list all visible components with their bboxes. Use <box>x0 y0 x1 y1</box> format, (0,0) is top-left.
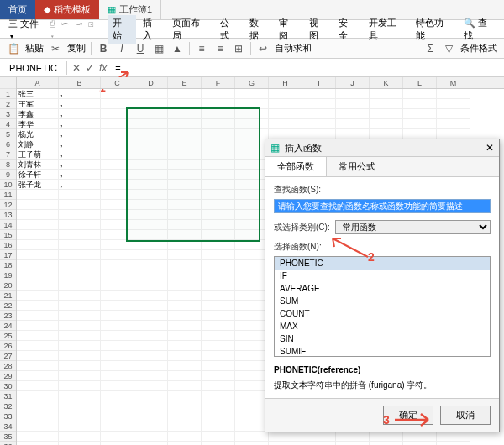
cell[interactable] <box>202 200 235 210</box>
cell[interactable] <box>370 109 403 119</box>
cell[interactable] <box>202 321 235 331</box>
function-item[interactable]: SUM <box>275 295 490 307</box>
cell[interactable] <box>168 260 202 270</box>
cell[interactable] <box>17 301 59 311</box>
cell[interactable] <box>235 280 269 291</box>
cell[interactable] <box>59 391 101 401</box>
cell[interactable] <box>17 341 59 351</box>
cell[interactable] <box>235 270 269 280</box>
col-header[interactable]: K <box>370 77 403 88</box>
cell[interactable]: 李华 <box>17 119 59 129</box>
cell[interactable] <box>235 341 269 351</box>
cell[interactable] <box>202 129 235 139</box>
cell[interactable] <box>437 119 470 129</box>
row-header[interactable]: 25 <box>0 331 16 341</box>
cell[interactable] <box>101 89 134 99</box>
cell[interactable] <box>134 421 168 432</box>
cell[interactable] <box>336 442 370 445</box>
row-header[interactable]: 18 <box>0 260 16 270</box>
cell[interactable] <box>202 442 235 445</box>
cell[interactable] <box>168 401 202 411</box>
cell[interactable] <box>269 99 302 109</box>
cell[interactable] <box>168 361 202 371</box>
menu-file[interactable]: 三 文件▾ <box>3 16 48 42</box>
cell[interactable] <box>17 421 59 432</box>
menu-layout[interactable]: 页面布局 <box>167 15 213 44</box>
cell[interactable] <box>403 109 437 119</box>
cell[interactable] <box>202 341 235 351</box>
cell[interactable] <box>235 260 269 270</box>
cell[interactable] <box>168 190 202 200</box>
category-select[interactable]: 常用函数 <box>335 220 491 234</box>
cell[interactable] <box>168 270 202 280</box>
cell[interactable] <box>235 311 269 321</box>
cell[interactable] <box>17 291 59 301</box>
cell[interactable] <box>168 321 202 331</box>
cell[interactable] <box>134 331 168 341</box>
row-header[interactable]: 36 <box>0 442 16 445</box>
wrap-icon[interactable]: ↩ <box>256 42 270 55</box>
cell[interactable] <box>202 421 235 432</box>
cell[interactable] <box>134 200 168 210</box>
cell[interactable] <box>235 160 269 170</box>
function-item[interactable]: AVERAGE <box>275 282 490 295</box>
menu-dev[interactable]: 开发工具 <box>364 15 410 44</box>
cell[interactable] <box>202 351 235 361</box>
cond-format-label[interactable]: 条件格式 <box>460 42 497 55</box>
cell[interactable] <box>17 230 59 240</box>
cell[interactable] <box>101 250 134 260</box>
cell[interactable] <box>202 371 235 381</box>
cell[interactable]: 张子龙 <box>17 180 59 190</box>
cell[interactable] <box>101 280 134 291</box>
row-header[interactable]: 29 <box>0 371 16 381</box>
cell[interactable] <box>134 220 168 230</box>
cell[interactable] <box>134 99 168 109</box>
row-header[interactable]: 11 <box>0 190 16 200</box>
cell[interactable] <box>403 442 437 445</box>
cell[interactable] <box>202 250 235 260</box>
cell[interactable] <box>17 280 59 291</box>
cell[interactable] <box>370 119 403 129</box>
cell[interactable] <box>168 421 202 432</box>
cell[interactable] <box>101 391 134 401</box>
cell[interactable] <box>403 432 437 442</box>
cell[interactable] <box>168 411 202 421</box>
cell[interactable] <box>168 291 202 301</box>
cell[interactable] <box>168 391 202 401</box>
cell[interactable] <box>101 331 134 341</box>
cell[interactable] <box>59 220 101 230</box>
fill-icon[interactable]: ▲ <box>171 42 184 55</box>
cell[interactable] <box>269 109 302 119</box>
cell[interactable] <box>101 220 134 230</box>
cell[interactable] <box>101 210 134 220</box>
cell[interactable] <box>403 119 437 129</box>
cell[interactable] <box>202 291 235 301</box>
cell[interactable] <box>437 109 470 119</box>
paste-icon[interactable]: 📋 <box>7 42 20 55</box>
row-header[interactable]: 1 <box>0 89 16 99</box>
cell[interactable]: 刘青林 <box>17 160 59 170</box>
autosum-label[interactable]: 自动求和 <box>275 42 312 55</box>
cell[interactable] <box>101 200 134 210</box>
cell[interactable] <box>101 270 134 280</box>
cell[interactable] <box>269 119 302 129</box>
menu-special[interactable]: 特色功能 <box>411 15 457 44</box>
row-header[interactable]: 9 <box>0 170 16 180</box>
cell[interactable] <box>235 109 269 119</box>
sum-icon[interactable]: Σ <box>423 42 437 55</box>
cell[interactable] <box>235 119 269 129</box>
cell[interactable] <box>235 391 269 401</box>
cell[interactable] <box>168 371 202 381</box>
cell[interactable] <box>235 331 269 341</box>
cell[interactable] <box>235 250 269 260</box>
cell[interactable]: , <box>59 119 101 129</box>
cell[interactable] <box>59 250 101 260</box>
align-center-icon[interactable]: ≡ <box>213 42 227 55</box>
cell[interactable] <box>101 401 134 411</box>
cell[interactable] <box>101 381 134 391</box>
menu-search[interactable]: 🔍 查找 <box>459 15 501 44</box>
cell[interactable] <box>101 442 134 445</box>
cell[interactable] <box>134 432 168 442</box>
cell[interactable] <box>235 381 269 391</box>
cell[interactable] <box>168 129 202 139</box>
